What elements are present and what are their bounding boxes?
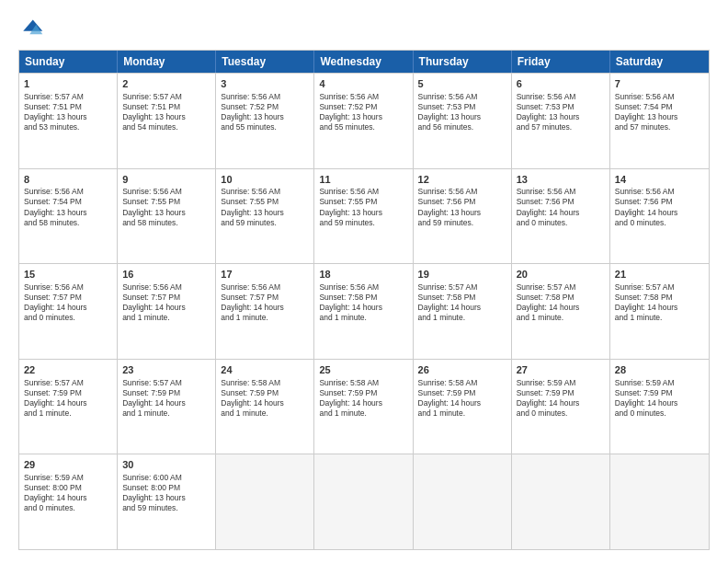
calendar-cell-empty — [216, 454, 314, 549]
calendar-cell-empty — [314, 454, 413, 549]
cell-info: Sunrise: 5:57 AMSunset: 7:59 PMDaylight:… — [122, 378, 210, 419]
cell-info: Sunrise: 5:56 AMSunset: 7:55 PMDaylight:… — [122, 187, 210, 227]
logo — [18, 17, 48, 42]
day-number: 26 — [418, 363, 506, 377]
calendar-cell-1: 1Sunrise: 5:57 AMSunset: 7:51 PMDaylight… — [19, 74, 118, 168]
calendar-cell-27: 27Sunrise: 5:59 AMSunset: 7:59 PMDayligh… — [512, 360, 610, 454]
header-day-tuesday: Tuesday — [216, 51, 314, 73]
calendar: SundayMondayTuesdayWednesdayThursdayFrid… — [18, 50, 710, 550]
header-day-wednesday: Wednesday — [314, 51, 413, 73]
cell-info: Sunrise: 5:56 AMSunset: 7:55 PMDaylight:… — [319, 187, 407, 227]
day-number: 28 — [615, 363, 704, 377]
day-number: 6 — [517, 77, 605, 91]
calendar-cell-2: 2Sunrise: 5:57 AMSunset: 7:51 PMDaylight… — [118, 74, 216, 168]
day-number: 5 — [418, 77, 506, 91]
cell-info: Sunrise: 5:56 AMSunset: 7:52 PMDaylight:… — [221, 92, 309, 132]
cell-info: Sunrise: 5:56 AMSunset: 7:54 PMDaylight:… — [615, 92, 704, 132]
day-number: 24 — [221, 363, 309, 377]
day-number: 23 — [122, 363, 210, 377]
cell-info: Sunrise: 5:56 AMSunset: 7:52 PMDaylight:… — [319, 92, 407, 132]
header-day-monday: Monday — [118, 51, 216, 73]
day-number: 19 — [418, 268, 506, 282]
svg-marker-0 — [23, 20, 42, 31]
day-number: 12 — [418, 173, 506, 187]
cell-info: Sunrise: 6:00 AMSunset: 8:00 PMDaylight:… — [122, 473, 210, 513]
calendar-cell-empty — [414, 454, 512, 549]
page: SundayMondayTuesdayWednesdayThursdayFrid… — [0, 0, 728, 563]
calendar-row-3: 15Sunrise: 5:56 AMSunset: 7:57 PMDayligh… — [19, 263, 709, 359]
calendar-cell-9: 9Sunrise: 5:56 AMSunset: 7:55 PMDaylight… — [118, 169, 216, 264]
day-number: 4 — [319, 77, 407, 91]
calendar-cell-empty — [512, 454, 610, 549]
day-number: 15 — [24, 268, 112, 282]
calendar-cell-18: 18Sunrise: 5:56 AMSunset: 7:58 PMDayligh… — [314, 264, 413, 359]
calendar-body: 1Sunrise: 5:57 AMSunset: 7:51 PMDaylight… — [19, 73, 709, 549]
calendar-cell-20: 20Sunrise: 5:57 AMSunset: 7:58 PMDayligh… — [512, 264, 610, 359]
calendar-cell-10: 10Sunrise: 5:56 AMSunset: 7:55 PMDayligh… — [216, 169, 314, 264]
day-number: 14 — [615, 173, 704, 187]
calendar-cell-29: 29Sunrise: 5:59 AMSunset: 8:00 PMDayligh… — [19, 454, 118, 549]
day-number: 3 — [221, 77, 309, 91]
day-number: 1 — [24, 77, 112, 91]
cell-info: Sunrise: 5:56 AMSunset: 7:56 PMDaylight:… — [615, 187, 704, 227]
calendar-row-4: 22Sunrise: 5:57 AMSunset: 7:59 PMDayligh… — [19, 359, 709, 454]
cell-info: Sunrise: 5:56 AMSunset: 7:55 PMDaylight:… — [221, 187, 309, 227]
cell-info: Sunrise: 5:56 AMSunset: 7:57 PMDaylight:… — [24, 282, 112, 323]
header-day-thursday: Thursday — [414, 51, 512, 73]
calendar-cell-8: 8Sunrise: 5:56 AMSunset: 7:54 PMDaylight… — [19, 169, 118, 264]
cell-info: Sunrise: 5:56 AMSunset: 7:57 PMDaylight:… — [221, 282, 309, 323]
calendar-cell-25: 25Sunrise: 5:58 AMSunset: 7:59 PMDayligh… — [314, 360, 413, 454]
cell-info: Sunrise: 5:56 AMSunset: 7:57 PMDaylight:… — [122, 282, 210, 323]
cell-info: Sunrise: 5:59 AMSunset: 7:59 PMDaylight:… — [615, 378, 704, 419]
calendar-cell-7: 7Sunrise: 5:56 AMSunset: 7:54 PMDaylight… — [610, 74, 709, 168]
calendar-cell-12: 12Sunrise: 5:56 AMSunset: 7:56 PMDayligh… — [414, 169, 512, 264]
day-number: 8 — [24, 173, 112, 187]
day-number: 13 — [517, 173, 605, 187]
day-number: 27 — [517, 363, 605, 377]
calendar-cell-19: 19Sunrise: 5:57 AMSunset: 7:58 PMDayligh… — [414, 264, 512, 359]
cell-info: Sunrise: 5:56 AMSunset: 7:56 PMDaylight:… — [517, 187, 605, 227]
calendar-cell-26: 26Sunrise: 5:58 AMSunset: 7:59 PMDayligh… — [414, 360, 512, 454]
calendar-cell-14: 14Sunrise: 5:56 AMSunset: 7:56 PMDayligh… — [610, 169, 709, 264]
day-number: 7 — [615, 77, 704, 91]
header-day-saturday: Saturday — [610, 51, 709, 73]
cell-info: Sunrise: 5:57 AMSunset: 7:58 PMDaylight:… — [418, 282, 506, 323]
calendar-header: SundayMondayTuesdayWednesdayThursdayFrid… — [19, 51, 709, 73]
cell-info: Sunrise: 5:58 AMSunset: 7:59 PMDaylight:… — [418, 378, 506, 419]
day-number: 2 — [122, 77, 210, 91]
cell-info: Sunrise: 5:56 AMSunset: 7:54 PMDaylight:… — [24, 187, 112, 227]
day-number: 25 — [319, 363, 407, 377]
calendar-cell-22: 22Sunrise: 5:57 AMSunset: 7:59 PMDayligh… — [19, 360, 118, 454]
day-number: 21 — [615, 268, 704, 282]
calendar-cell-empty — [610, 454, 709, 549]
header — [18, 17, 710, 42]
calendar-cell-28: 28Sunrise: 5:59 AMSunset: 7:59 PMDayligh… — [610, 360, 709, 454]
header-day-friday: Friday — [512, 51, 610, 73]
day-number: 20 — [517, 268, 605, 282]
calendar-cell-30: 30Sunrise: 6:00 AMSunset: 8:00 PMDayligh… — [118, 454, 216, 549]
calendar-cell-21: 21Sunrise: 5:57 AMSunset: 7:58 PMDayligh… — [610, 264, 709, 359]
calendar-row-1: 1Sunrise: 5:57 AMSunset: 7:51 PMDaylight… — [19, 73, 709, 168]
cell-info: Sunrise: 5:57 AMSunset: 7:59 PMDaylight:… — [24, 378, 112, 419]
calendar-cell-4: 4Sunrise: 5:56 AMSunset: 7:52 PMDaylight… — [314, 74, 413, 168]
cell-info: Sunrise: 5:57 AMSunset: 7:58 PMDaylight:… — [615, 282, 704, 323]
day-number: 10 — [221, 173, 309, 187]
logo-icon — [18, 17, 44, 42]
calendar-cell-3: 3Sunrise: 5:56 AMSunset: 7:52 PMDaylight… — [216, 74, 314, 168]
calendar-cell-11: 11Sunrise: 5:56 AMSunset: 7:55 PMDayligh… — [314, 169, 413, 264]
cell-info: Sunrise: 5:58 AMSunset: 7:59 PMDaylight:… — [319, 378, 407, 419]
cell-info: Sunrise: 5:57 AMSunset: 7:58 PMDaylight:… — [517, 282, 605, 323]
cell-info: Sunrise: 5:59 AMSunset: 8:00 PMDaylight:… — [24, 473, 112, 513]
calendar-row-2: 8Sunrise: 5:56 AMSunset: 7:54 PMDaylight… — [19, 168, 709, 264]
calendar-cell-6: 6Sunrise: 5:56 AMSunset: 7:53 PMDaylight… — [512, 74, 610, 168]
day-number: 16 — [122, 268, 210, 282]
calendar-cell-15: 15Sunrise: 5:56 AMSunset: 7:57 PMDayligh… — [19, 264, 118, 359]
cell-info: Sunrise: 5:56 AMSunset: 7:56 PMDaylight:… — [418, 187, 506, 227]
cell-info: Sunrise: 5:56 AMSunset: 7:53 PMDaylight:… — [418, 92, 506, 132]
day-number: 11 — [319, 173, 407, 187]
day-number: 30 — [122, 458, 210, 472]
calendar-cell-13: 13Sunrise: 5:56 AMSunset: 7:56 PMDayligh… — [512, 169, 610, 264]
cell-info: Sunrise: 5:56 AMSunset: 7:53 PMDaylight:… — [517, 92, 605, 132]
day-number: 18 — [319, 268, 407, 282]
cell-info: Sunrise: 5:59 AMSunset: 7:59 PMDaylight:… — [517, 378, 605, 419]
